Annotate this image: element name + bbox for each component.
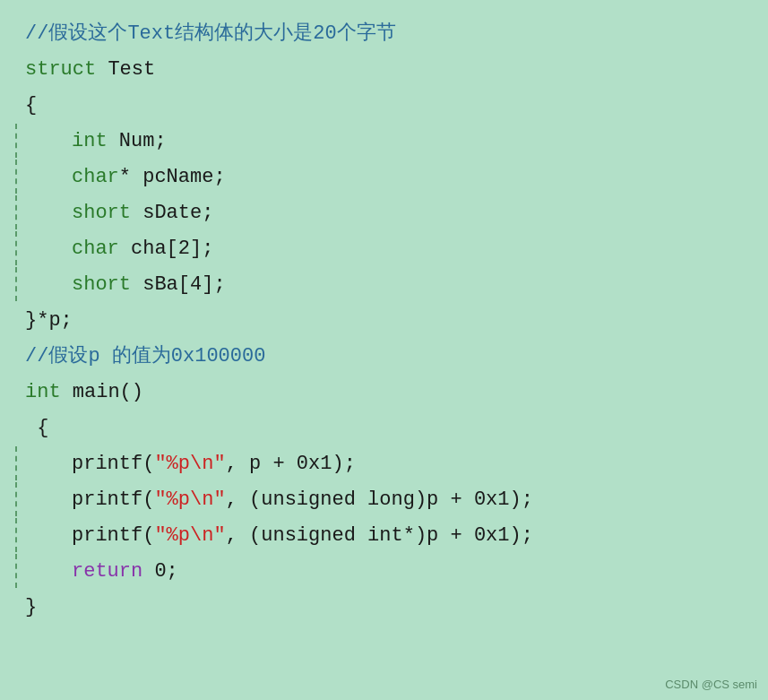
code-text-7: char cha[2]; — [25, 232, 750, 266]
code-text-11: int main() — [25, 376, 750, 410]
code-line-5: char* pcName; — [9, 160, 750, 195]
code-line-6: short sDate; — [9, 195, 750, 231]
code-text-2: struct Test — [25, 53, 750, 87]
code-text-3: { — [25, 89, 750, 123]
code-text-16: return 0; — [25, 555, 750, 589]
watermark: CSDN @CS semi — [665, 678, 757, 691]
code-container: //假设这个Text结构体的大小是20个字节 struct Test { int… — [0, 0, 768, 700]
code-line-16: return 0; — [9, 554, 750, 590]
code-text-17: } — [25, 591, 750, 625]
code-text-1: //假设这个Text结构体的大小是20个字节 — [25, 17, 750, 51]
code-line-11: int main() — [9, 375, 750, 410]
code-text-8: short sBa[4]; — [25, 268, 750, 302]
code-line-8: short sBa[4]; — [9, 267, 750, 303]
code-line-10: //假设p 的值为0x100000 — [9, 339, 750, 375]
code-line-7: char cha[2]; — [9, 231, 750, 267]
code-line-2: struct Test — [9, 52, 750, 88]
code-line-3: { — [9, 88, 750, 124]
code-text-14: printf("%p\n", (unsigned long)p + 0x1); — [25, 483, 750, 517]
code-line-15: printf("%p\n", (unsigned int*)p + 0x1); — [9, 518, 750, 554]
code-line-4: int Num; — [9, 124, 750, 160]
code-text-13: printf("%p\n", p + 0x1); — [25, 447, 750, 481]
code-text-6: short sDate; — [25, 196, 750, 230]
code-line-9: }*p; — [9, 303, 750, 339]
code-text-12: { — [25, 411, 750, 445]
code-line-13: printf("%p\n", p + 0x1); — [9, 446, 750, 482]
code-text-9: }*p; — [25, 304, 750, 338]
code-text-4: int Num; — [25, 125, 750, 159]
code-text-15: printf("%p\n", (unsigned int*)p + 0x1); — [25, 519, 750, 553]
code-line-12: { — [9, 410, 750, 446]
code-text-5: char* pcName; — [25, 160, 750, 194]
code-text-10: //假设p 的值为0x100000 — [25, 340, 750, 374]
code-line-17: } — [9, 590, 750, 626]
code-line-14: printf("%p\n", (unsigned long)p + 0x1); — [9, 482, 750, 518]
code-line-1: //假设这个Text结构体的大小是20个字节 — [9, 16, 750, 52]
